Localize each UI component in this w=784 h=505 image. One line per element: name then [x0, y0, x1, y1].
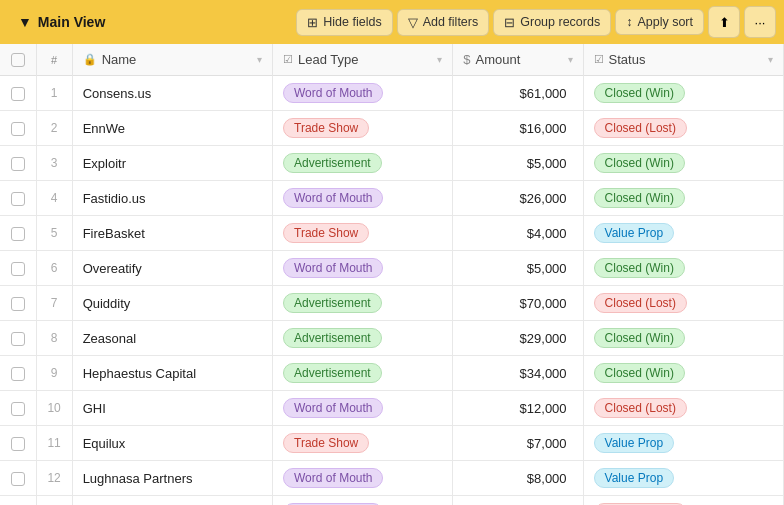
select-all-checkbox[interactable]: [11, 53, 25, 67]
name-cell[interactable]: Quiddity: [72, 286, 272, 321]
lead-type-cell: Advertisement: [273, 356, 453, 391]
lead-type-column-header[interactable]: ☑ Lead Type ▾: [273, 44, 453, 76]
lead-type-badge: Word of Mouth: [283, 398, 383, 418]
hide-fields-label: Hide fields: [323, 15, 381, 29]
amount-cell: $34,000: [453, 356, 583, 391]
row-checkbox-cell[interactable]: [0, 356, 36, 391]
rownum-header: #: [36, 44, 72, 76]
name-cell[interactable]: Overeatify: [72, 251, 272, 286]
row-checkbox-cell[interactable]: [0, 286, 36, 321]
group-records-button[interactable]: ⊟ Group records: [493, 9, 611, 36]
row-checkbox-cell[interactable]: [0, 111, 36, 146]
add-filters-button[interactable]: ▽ Add filters: [397, 9, 490, 36]
row-checkbox-cell[interactable]: [0, 496, 36, 506]
name-cell[interactable]: FireBasket: [72, 216, 272, 251]
name-cell[interactable]: EnnWe: [72, 111, 272, 146]
lead-type-cell: Word of Mouth: [273, 391, 453, 426]
row-num-cell: 8: [36, 321, 72, 356]
table-row: 4 Fastidio.us Word of Mouth $26,000 Clos…: [0, 181, 784, 216]
status-badge: Value Prop: [594, 433, 674, 453]
row-num-cell: 12: [36, 461, 72, 496]
share-button[interactable]: ⬆: [708, 6, 740, 38]
sort-icon: ↕: [626, 15, 632, 29]
row-checkbox[interactable]: [11, 157, 25, 171]
status-col-label: Status: [609, 52, 646, 67]
table-row: 11 Equilux Trade Show $7,000 Value Prop: [0, 426, 784, 461]
amount-col-arrow: ▾: [568, 54, 573, 65]
more-options-button[interactable]: ···: [744, 6, 776, 38]
table-container: # 🔒 Name ▾ ☑ Lead Type ▾: [0, 44, 784, 505]
row-checkbox-cell[interactable]: [0, 391, 36, 426]
apply-sort-button[interactable]: ↕ Apply sort: [615, 9, 704, 35]
row-checkbox-cell[interactable]: [0, 251, 36, 286]
lead-type-badge: Word of Mouth: [283, 83, 383, 103]
lead-type-cell: Advertisement: [273, 146, 453, 181]
row-checkbox[interactable]: [11, 192, 25, 206]
lead-type-cell: Trade Show: [273, 426, 453, 461]
lead-type-badge: Word of Mouth: [283, 188, 383, 208]
name-cell[interactable]: Exploitr: [72, 146, 272, 181]
records-table: # 🔒 Name ▾ ☑ Lead Type ▾: [0, 44, 784, 505]
name-cell[interactable]: Fastidio.us: [72, 181, 272, 216]
row-checkbox[interactable]: [11, 437, 25, 451]
row-checkbox-cell[interactable]: [0, 461, 36, 496]
name-cell[interactable]: GHI: [72, 391, 272, 426]
lead-type-cell: Word of Mouth: [273, 181, 453, 216]
row-checkbox[interactable]: [11, 472, 25, 486]
status-cell: Closed (Win): [583, 321, 783, 356]
name-cell[interactable]: Arquitecture Ventures: [72, 496, 272, 506]
row-checkbox[interactable]: [11, 367, 25, 381]
add-filters-label: Add filters: [423, 15, 479, 29]
status-cell: Closed (Lost): [583, 496, 783, 506]
row-num-cell: 5: [36, 216, 72, 251]
table-header-row: # 🔒 Name ▾ ☑ Lead Type ▾: [0, 44, 784, 76]
status-badge: Closed (Win): [594, 258, 685, 278]
name-cell[interactable]: Consens.us: [72, 76, 272, 111]
hide-fields-icon: ⊞: [307, 15, 318, 30]
ellipsis-icon: ···: [755, 15, 766, 30]
row-checkbox[interactable]: [11, 402, 25, 416]
view-title-button[interactable]: ▼ Main View: [8, 10, 115, 34]
status-cell: Closed (Win): [583, 181, 783, 216]
lock-icon: 🔒: [83, 53, 97, 66]
row-checkbox[interactable]: [11, 227, 25, 241]
row-checkbox[interactable]: [11, 332, 25, 346]
status-badge: Closed (Win): [594, 363, 685, 383]
row-checkbox[interactable]: [11, 262, 25, 276]
hide-fields-button[interactable]: ⊞ Hide fields: [296, 9, 392, 36]
row-checkbox-cell[interactable]: [0, 181, 36, 216]
table-row: 10 GHI Word of Mouth $12,000 Closed (Los…: [0, 391, 784, 426]
status-column-header[interactable]: ☑ Status ▾: [583, 44, 783, 76]
status-cell: Closed (Win): [583, 76, 783, 111]
row-num-cell: 10: [36, 391, 72, 426]
name-cell[interactable]: Hephaestus Capital: [72, 356, 272, 391]
amount-col-label: Amount: [476, 52, 521, 67]
row-checkbox[interactable]: [11, 87, 25, 101]
row-checkbox-cell[interactable]: [0, 146, 36, 181]
name-cell[interactable]: Zeasonal: [72, 321, 272, 356]
row-checkbox-cell[interactable]: [0, 426, 36, 461]
row-number: 6: [51, 261, 58, 275]
name-cell[interactable]: Lughnasa Partners: [72, 461, 272, 496]
row-checkbox[interactable]: [11, 122, 25, 136]
amount-cell: $5,000: [453, 146, 583, 181]
row-checkbox-cell[interactable]: [0, 216, 36, 251]
name-column-header[interactable]: 🔒 Name ▾: [72, 44, 272, 76]
toolbar-left: ▼ Main View: [8, 10, 115, 34]
status-cell: Value Prop: [583, 461, 783, 496]
name-cell[interactable]: Equilux: [72, 426, 272, 461]
lead-type-badge: Advertisement: [283, 328, 382, 348]
amount-column-header[interactable]: $ Amount ▾: [453, 44, 583, 76]
amount-cell: $16,000: [453, 111, 583, 146]
table-row: 1 Consens.us Word of Mouth $61,000 Close…: [0, 76, 784, 111]
row-number: 11: [47, 436, 60, 450]
row-checkbox-cell[interactable]: [0, 76, 36, 111]
share-icon: ⬆: [719, 15, 730, 30]
checkbox-header[interactable]: [0, 44, 36, 76]
row-checkbox[interactable]: [11, 297, 25, 311]
row-num-cell: 1: [36, 76, 72, 111]
row-number: 4: [51, 191, 58, 205]
table-row: 3 Exploitr Advertisement $5,000 Closed (…: [0, 146, 784, 181]
row-checkbox-cell[interactable]: [0, 321, 36, 356]
table-row: 5 FireBasket Trade Show $4,000 Value Pro…: [0, 216, 784, 251]
